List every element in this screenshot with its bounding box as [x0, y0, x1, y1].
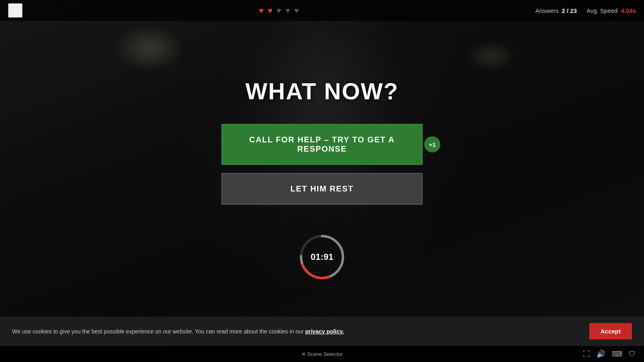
shield-icon[interactable]: 🛡 [629, 350, 636, 358]
fullscreen-icon[interactable]: ⛶ [583, 350, 590, 358]
heart-2: ♥ [268, 6, 272, 15]
bottom-bar-icons: ⛶ 🔊 ⌨ 🛡 [583, 350, 636, 358]
question-title: WHAT NOW? [246, 78, 399, 105]
heart-1: ♥ [259, 6, 264, 15]
heart-4: ♥ [285, 6, 290, 15]
top-bar: ‹ ♥ ♥ ♥ ♥ ♥ Answers 2 / 23 Avg. Speed 4.… [0, 0, 644, 21]
keyboard-icon[interactable]: ⌨ [612, 350, 622, 358]
avg-speed-label: Avg. Speed [586, 7, 617, 14]
option2-wrap: LET HIM REST [221, 173, 423, 205]
volume-icon[interactable]: 🔊 [597, 350, 605, 358]
option1-badge: +1 [424, 136, 440, 152]
accept-button[interactable]: Accept [589, 323, 632, 339]
hearts-row: ♥ ♥ ♥ ♥ ♥ [259, 6, 299, 15]
avg-speed-value: 4.04s [621, 7, 636, 14]
option1-button[interactable]: CALL FOR HELP – TRY TO GET A RESPONSE [221, 124, 423, 165]
main-content: WHAT NOW? CALL FOR HELP – TRY TO GET A R… [0, 21, 644, 362]
answers-count: 2 / 23 [562, 7, 577, 14]
back-icon: ‹ [14, 6, 17, 15]
cookie-banner: We use cookies to give you the best poss… [0, 317, 644, 346]
heart-3: ♥ [277, 6, 281, 15]
option2-button[interactable]: LET HIM REST [221, 173, 423, 205]
bottom-bar: ✕ Scene Selector ⛶ 🔊 ⌨ 🛡 [0, 346, 644, 362]
answers-label: Answers [535, 7, 559, 14]
option1-wrap: CALL FOR HELP – TRY TO GET A RESPONSE +1 [221, 124, 423, 165]
heart-5: ♥ [294, 6, 299, 15]
back-button[interactable]: ‹ [8, 3, 23, 18]
scene-selector-label[interactable]: ✕ Scene Selector [301, 351, 343, 357]
timer: 01:91 [298, 233, 346, 281]
stats-row: Answers 2 / 23 Avg. Speed 4.04s [535, 7, 636, 14]
timer-value: 01:91 [298, 233, 346, 281]
privacy-policy-link[interactable]: privacy policy. [305, 328, 344, 335]
cookie-text: We use cookies to give you the best poss… [12, 328, 344, 335]
